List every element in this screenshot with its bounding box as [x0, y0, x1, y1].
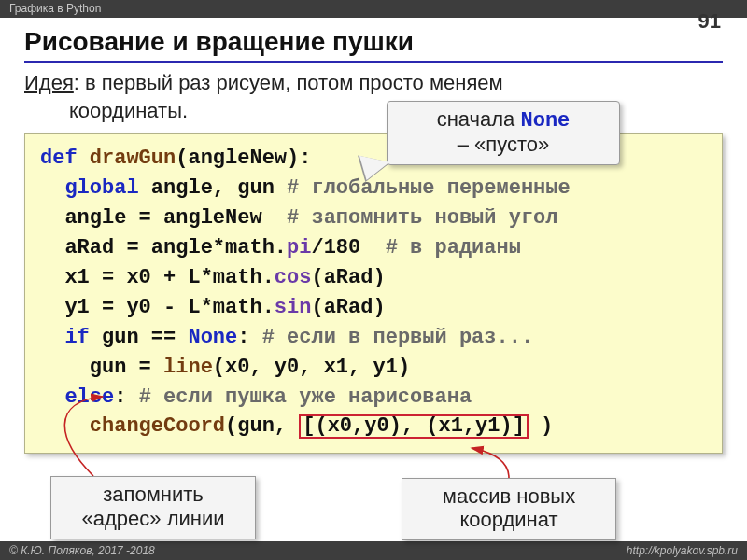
highlighted-array: [(x0,y0), (x1,y1)]	[299, 414, 529, 439]
header-left: Графика в Python	[9, 2, 101, 15]
slide-title: Рисование и вращение пушки	[24, 25, 723, 63]
callout-address: запомнить «адрес» линии	[50, 476, 256, 539]
footer-left: © К.Ю. Поляков, 2017 -2018	[9, 544, 155, 557]
footer-right: http://kpolyakov.spb.ru	[627, 544, 738, 557]
idea-label: Идея	[24, 71, 74, 94]
callout-array: массив новых координат	[402, 478, 616, 540]
callout-none: сначала None – «пусто»	[387, 101, 620, 165]
